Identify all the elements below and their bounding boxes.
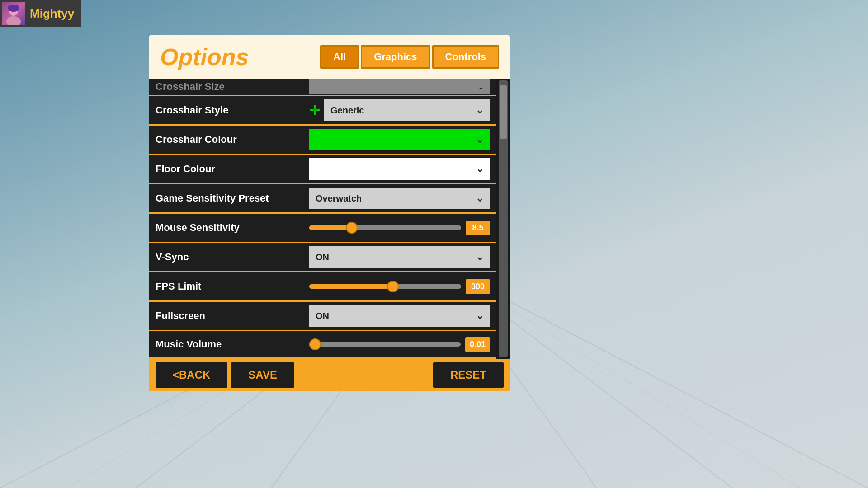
username: Mightyy xyxy=(30,7,74,21)
floor-colour-label: Floor Colour xyxy=(156,163,309,175)
user-badge: Mightyy xyxy=(0,0,81,27)
chevron-down-icon: ⌄ xyxy=(476,310,484,322)
scrollbar-thumb[interactable] xyxy=(500,85,507,139)
crosshair-colour-label: Crosshair Colour xyxy=(156,134,309,145)
options-dialog: Options All Graphics Controls Crosshair … xyxy=(149,35,510,391)
music-volume-thumb[interactable] xyxy=(309,338,321,350)
music-volume-track[interactable] xyxy=(309,342,461,347)
settings-list: Crosshair Size ⌄ Crosshair Style ✛ Gener… xyxy=(149,79,496,359)
floor-colour-dropdown[interactable]: ⌄ xyxy=(309,158,490,180)
crosshair-style-row: Crosshair Style ✛ Generic ⌄ xyxy=(149,96,496,124)
vsync-dropdown[interactable]: ON ⌄ xyxy=(309,246,490,268)
fullscreen-dropdown[interactable]: ON ⌄ xyxy=(309,305,490,327)
game-sensitivity-preset-dropdown[interactable]: Overwatch ⌄ xyxy=(309,188,490,209)
fps-limit-control: 300 xyxy=(309,279,490,294)
fps-limit-fill xyxy=(309,284,393,289)
music-volume-value: 0.01 xyxy=(465,337,490,352)
game-sensitivity-preset-value: Overwatch xyxy=(316,193,362,204)
fps-limit-slider-container: 300 xyxy=(309,279,490,294)
mouse-sensitivity-label: Mouse Sensitivity xyxy=(156,222,309,234)
game-sensitivity-preset-row: Game Sensitivity Preset Overwatch ⌄ xyxy=(149,184,496,212)
tab-controls[interactable]: Controls xyxy=(432,45,499,69)
vsync-value: ON xyxy=(316,252,329,263)
mouse-sensitivity-row: Mouse Sensitivity 8.5 xyxy=(149,214,496,242)
crosshair-style-label: Crosshair Style xyxy=(156,104,309,116)
fullscreen-label: Fullscreen xyxy=(156,310,309,322)
partial-label: Crosshair Size xyxy=(156,81,309,93)
save-button[interactable]: SAVE xyxy=(231,362,294,388)
chevron-down-icon: ⌄ xyxy=(476,104,484,116)
vsync-control: ON ⌄ xyxy=(309,246,490,268)
game-sensitivity-preset-label: Game Sensitivity Preset xyxy=(156,192,309,204)
fps-limit-track[interactable] xyxy=(309,284,461,289)
tab-all[interactable]: All xyxy=(320,45,359,69)
vsync-row: V-Sync ON ⌄ xyxy=(149,243,496,271)
floor-colour-row: Floor Colour ⌄ xyxy=(149,155,496,183)
tab-group: All Graphics Controls xyxy=(320,45,499,69)
mouse-sensitivity-thumb[interactable] xyxy=(346,222,358,234)
fps-limit-row: FPS Limit 300 xyxy=(149,272,496,300)
mouse-sensitivity-value: 8.5 xyxy=(466,221,490,235)
mouse-sensitivity-fill xyxy=(309,225,352,230)
fps-limit-value: 300 xyxy=(466,279,490,294)
music-volume-control: 0.01 xyxy=(309,337,490,352)
floor-colour-control: ⌄ xyxy=(309,158,490,180)
fullscreen-control: ON ⌄ xyxy=(309,305,490,327)
scrollbar[interactable] xyxy=(496,79,510,359)
game-sensitivity-preset-control: Overwatch ⌄ xyxy=(309,188,490,209)
crosshair-colour-control: ⌄ xyxy=(309,129,490,150)
dialog-footer: <BACK SAVE RESET xyxy=(149,359,510,391)
dialog-title: Options xyxy=(160,43,249,70)
reset-button[interactable]: RESET xyxy=(433,362,504,388)
crosshair-style-dropdown[interactable]: Generic ⌄ xyxy=(324,99,490,121)
crosshair-style-value: Generic xyxy=(330,105,364,116)
music-volume-row: Music Volume 0.01 xyxy=(149,331,496,357)
chevron-down-icon: ⌄ xyxy=(476,192,484,204)
dialog-content: Crosshair Size ⌄ Crosshair Style ✛ Gener… xyxy=(149,79,510,359)
dialog-header: Options All Graphics Controls xyxy=(149,35,510,79)
fullscreen-value: ON xyxy=(316,311,329,321)
partial-dropdown: ⌄ xyxy=(309,79,490,94)
crosshair-icon: ✛ xyxy=(309,103,320,118)
footer-left-buttons: <BACK SAVE xyxy=(156,362,294,388)
crosshair-colour-dropdown[interactable]: ⌄ xyxy=(309,129,490,150)
chevron-down-icon: ⌄ xyxy=(476,134,484,145)
chevron-down-icon: ⌄ xyxy=(476,163,484,175)
partial-control: ⌄ xyxy=(309,79,490,94)
vsync-label: V-Sync xyxy=(156,251,309,263)
mouse-sensitivity-track[interactable] xyxy=(309,225,461,230)
avatar xyxy=(2,2,25,25)
mouse-sensitivity-slider-container: 8.5 xyxy=(309,221,490,235)
music-volume-label: Music Volume xyxy=(156,338,309,350)
scrollbar-track[interactable] xyxy=(499,80,508,357)
tab-graphics[interactable]: Graphics xyxy=(361,45,430,69)
crosshair-colour-row: Crosshair Colour ⌄ xyxy=(149,126,496,154)
music-volume-slider-container: 0.01 xyxy=(309,337,490,352)
mouse-sensitivity-control: 8.5 xyxy=(309,221,490,235)
partial-row: Crosshair Size ⌄ xyxy=(149,79,496,95)
back-button[interactable]: <BACK xyxy=(156,362,227,388)
crosshair-style-control: ✛ Generic ⌄ xyxy=(309,99,490,121)
fps-limit-thumb[interactable] xyxy=(387,281,399,292)
fps-limit-label: FPS Limit xyxy=(156,281,309,292)
fullscreen-row: Fullscreen ON ⌄ xyxy=(149,302,496,330)
chevron-down-icon: ⌄ xyxy=(476,251,484,263)
svg-point-11 xyxy=(8,5,19,12)
